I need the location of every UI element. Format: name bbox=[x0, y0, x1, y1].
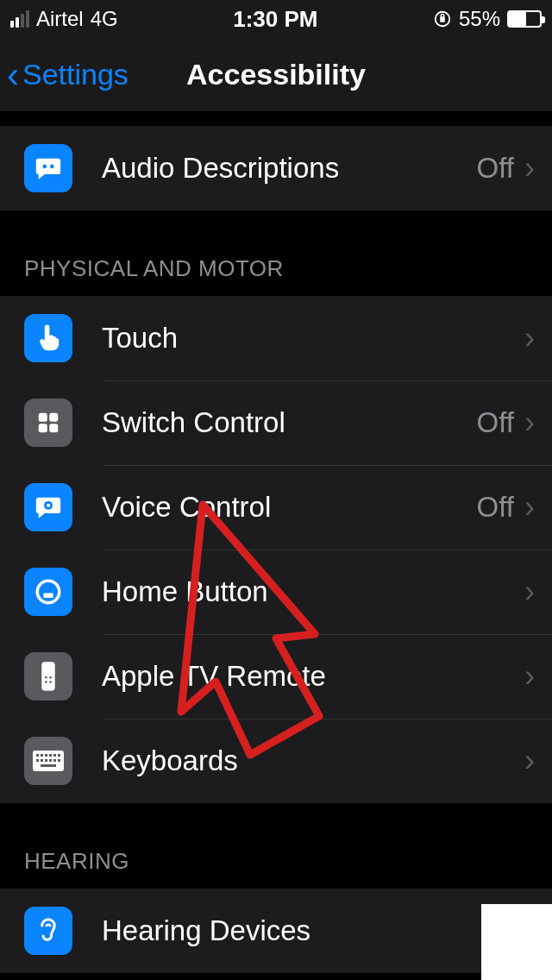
battery-icon bbox=[507, 10, 542, 28]
row-label: Apple TV Remote bbox=[72, 660, 514, 693]
rotation-lock-icon bbox=[433, 9, 452, 28]
carrier-label: Airtel bbox=[36, 7, 84, 31]
clock: 1:30 PM bbox=[233, 6, 317, 33]
svg-point-3 bbox=[42, 165, 47, 169]
ear-icon bbox=[24, 907, 72, 955]
row-label: Keyboards bbox=[72, 744, 514, 777]
row-audio-descriptions[interactable]: Audio Descriptions Off › bbox=[0, 126, 552, 210]
voice-control-icon bbox=[24, 483, 72, 531]
svg-rect-31 bbox=[41, 764, 56, 767]
battery-percent: 55% bbox=[459, 7, 500, 31]
settings-group: Audio Descriptions Off › bbox=[0, 126, 552, 210]
signal-icon bbox=[10, 10, 29, 28]
svg-point-15 bbox=[49, 676, 52, 679]
svg-rect-13 bbox=[41, 662, 54, 690]
chevron-right-icon: › bbox=[524, 405, 535, 441]
row-switch-control[interactable]: Switch Control Off › bbox=[0, 380, 552, 465]
svg-rect-29 bbox=[53, 759, 56, 762]
section-header-hearing: HEARING bbox=[0, 803, 552, 889]
chevron-right-icon: › bbox=[524, 658, 535, 694]
svg-point-11 bbox=[37, 581, 60, 603]
chevron-right-icon: › bbox=[524, 489, 535, 525]
touch-icon bbox=[24, 314, 72, 362]
svg-rect-27 bbox=[45, 759, 47, 762]
speech-bubble-icon bbox=[24, 144, 72, 192]
svg-rect-23 bbox=[53, 754, 56, 757]
svg-point-10 bbox=[47, 504, 50, 507]
status-bar: Airtel 4G 1:30 PM 55% bbox=[0, 0, 552, 38]
settings-group: Hearing Devices › bbox=[0, 889, 552, 973]
row-label: Touch bbox=[72, 322, 514, 355]
svg-rect-24 bbox=[58, 754, 60, 757]
row-label: Switch Control bbox=[72, 406, 477, 439]
nav-bar: ‹ Settings Accessibility bbox=[0, 38, 552, 112]
row-home-button[interactable]: Home Button › bbox=[0, 550, 552, 634]
row-hearing-devices[interactable]: Hearing Devices › bbox=[0, 889, 552, 973]
svg-rect-25 bbox=[36, 759, 39, 762]
svg-rect-12 bbox=[43, 593, 53, 598]
svg-rect-21 bbox=[45, 754, 47, 757]
section-header-physical: PHYSICAL AND MOTOR bbox=[0, 210, 552, 296]
row-keyboards[interactable]: Keyboards › bbox=[0, 719, 552, 803]
svg-point-16 bbox=[45, 681, 47, 683]
svg-rect-26 bbox=[41, 759, 43, 762]
svg-rect-8 bbox=[49, 424, 58, 432]
row-label: Home Button bbox=[72, 575, 514, 608]
svg-point-4 bbox=[50, 165, 54, 169]
back-label: Settings bbox=[22, 58, 129, 91]
svg-rect-30 bbox=[58, 759, 60, 762]
keyboard-icon bbox=[24, 737, 72, 785]
svg-rect-28 bbox=[49, 759, 52, 762]
svg-rect-22 bbox=[49, 754, 52, 757]
svg-point-14 bbox=[45, 676, 47, 679]
row-detail: Off bbox=[477, 152, 524, 185]
white-overlay bbox=[481, 904, 552, 980]
chevron-right-icon: › bbox=[524, 320, 535, 356]
row-voice-control[interactable]: Voice Control Off › bbox=[0, 465, 552, 550]
svg-rect-2 bbox=[441, 15, 444, 18]
svg-rect-7 bbox=[39, 424, 47, 432]
chevron-right-icon: › bbox=[524, 150, 535, 186]
row-label: Audio Descriptions bbox=[72, 152, 477, 185]
remote-icon bbox=[24, 652, 72, 700]
row-detail: Off bbox=[477, 491, 524, 524]
row-label: Hearing Devices bbox=[72, 914, 514, 947]
chevron-right-icon: › bbox=[524, 743, 535, 779]
row-label: Voice Control bbox=[72, 491, 477, 524]
svg-rect-5 bbox=[39, 413, 47, 422]
chevron-left-icon: ‹ bbox=[7, 57, 19, 93]
row-detail: Off bbox=[477, 406, 524, 439]
svg-rect-20 bbox=[41, 754, 43, 757]
svg-rect-19 bbox=[36, 754, 39, 757]
svg-rect-6 bbox=[49, 413, 58, 422]
home-button-icon bbox=[24, 568, 72, 616]
svg-point-17 bbox=[49, 681, 52, 683]
settings-group: Touch › Switch Control Off › Voice Contr… bbox=[0, 296, 552, 803]
row-apple-tv-remote[interactable]: Apple TV Remote › bbox=[0, 634, 552, 719]
switch-control-icon bbox=[24, 399, 72, 447]
chevron-right-icon: › bbox=[524, 574, 535, 610]
settings-list[interactable]: Audio Descriptions Off › PHYSICAL AND MO… bbox=[0, 112, 552, 980]
network-label: 4G bbox=[91, 7, 118, 31]
back-button[interactable]: ‹ Settings bbox=[0, 57, 129, 93]
row-touch[interactable]: Touch › bbox=[0, 296, 552, 380]
